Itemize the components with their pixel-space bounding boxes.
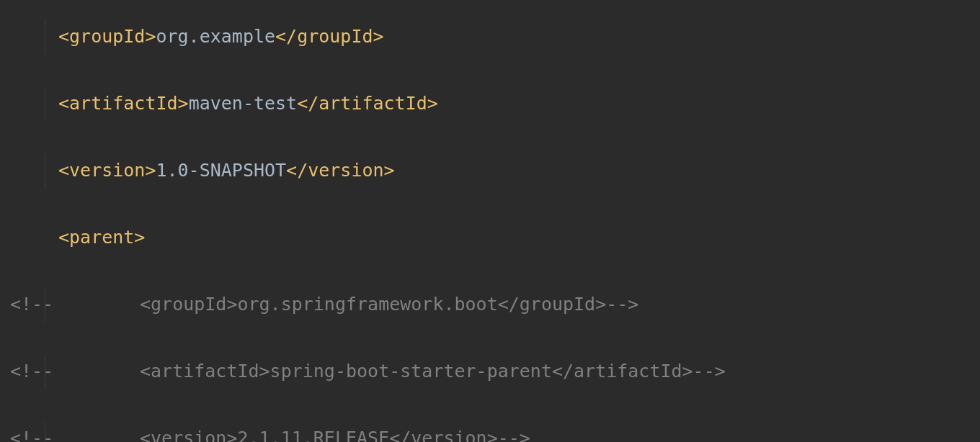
code-editor[interactable]: <groupId>org.example</groupId> <artifact…: [0, 0, 980, 442]
xml-tag: <groupId>: [58, 26, 156, 47]
xml-tag: </artifactId>: [297, 93, 438, 114]
xml-tag: <artifactId>: [58, 93, 189, 114]
xml-comment: <version>2.1.11.RELEASE</version>-->: [140, 428, 530, 442]
code-line[interactable]: <!--<version>2.1.11.RELEASE</version>-->: [0, 422, 980, 442]
xml-comment: <groupId>org.springframework.boot</group…: [140, 294, 638, 315]
code-line[interactable]: <artifactId>maven-test</artifactId>: [0, 87, 980, 121]
xml-tag: <version>: [58, 160, 156, 181]
xml-text: 1.0-SNAPSHOT: [156, 160, 286, 181]
code-line[interactable]: <version>1.0-SNAPSHOT</version>: [0, 154, 980, 188]
xml-tag: </version>: [286, 160, 395, 181]
code-line[interactable]: <groupId>org.example</groupId>: [0, 20, 980, 54]
comment-open: <!--: [10, 288, 69, 322]
code-line[interactable]: <parent>: [0, 221, 980, 255]
code-line[interactable]: <!--<groupId>org.springframework.boot</g…: [0, 288, 980, 322]
xml-text: org.example: [156, 26, 275, 47]
xml-comment: <artifactId>spring-boot-starter-parent</…: [140, 361, 726, 382]
code-line[interactable]: <!--<artifactId>spring-boot-starter-pare…: [0, 355, 980, 389]
xml-tag: <parent>: [58, 227, 145, 248]
comment-open: <!--: [10, 355, 69, 389]
xml-tag: </groupId>: [275, 26, 384, 47]
xml-text: maven-test: [189, 93, 298, 114]
comment-open: <!--: [10, 422, 69, 442]
